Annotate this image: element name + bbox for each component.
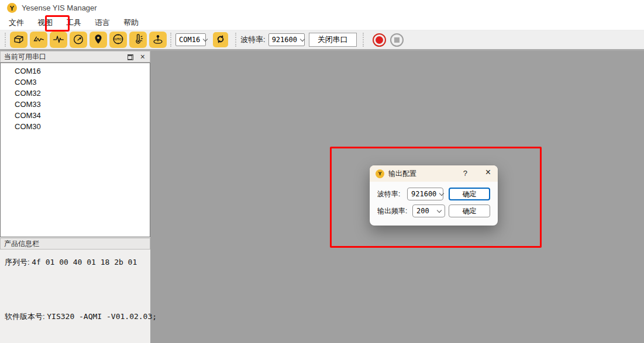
- toolbar-drag-handle[interactable]: [235, 33, 237, 47]
- menu-item-help[interactable]: 帮助: [119, 16, 143, 30]
- baud-rate-label: 波特率:: [240, 34, 266, 45]
- pressure-button[interactable]: [149, 32, 167, 48]
- left-dock-panel: 当前可用串口 × COM16 COM3 COM32 COM33 COM34 CO…: [0, 51, 150, 343]
- dialog-help-button[interactable]: ?: [463, 169, 467, 178]
- stop-button[interactable]: [390, 33, 404, 47]
- raw-waveform-button[interactable]: [50, 32, 67, 48]
- titlebar: Y Yesense YIS Manager: [0, 0, 644, 16]
- chevron-down-icon: [300, 36, 305, 41]
- port-list-item[interactable]: COM32: [1, 88, 150, 99]
- refresh-icon: [215, 34, 226, 46]
- baud-rate-value: 921600: [272, 36, 297, 44]
- location-pin-icon: [92, 33, 105, 47]
- ports-panel-header: 当前可用串口 ×: [0, 51, 150, 63]
- angle-waveform-button[interactable]: [30, 32, 47, 48]
- close-serial-button[interactable]: 关闭串口: [309, 33, 357, 47]
- dialog-baud-row: 波特率:: [377, 188, 400, 200]
- menu-item-view[interactable]: 视图: [33, 16, 57, 30]
- svg-text:UTC: UTC: [115, 37, 122, 41]
- software-version-value: YIS320 -AQMI -V01.02.03;: [47, 312, 157, 321]
- port-list-item[interactable]: COM3: [1, 77, 150, 88]
- pressure-sensor-icon: [151, 33, 164, 47]
- dialog-title: 输出配置: [388, 169, 416, 179]
- menu-item-language[interactable]: 语言: [91, 16, 114, 30]
- dialog-rate-label: 输出频率:: [377, 206, 407, 216]
- software-version-line: 软件版本号: YIS320 -AQMI -V01.02.03;: [5, 311, 157, 322]
- dialog-baud-select[interactable]: 921600: [407, 188, 443, 200]
- app-window: Y Yesense YIS Manager 文件 视图 工具 语言 帮助: [0, 0, 644, 343]
- record-button[interactable]: [373, 33, 386, 47]
- menubar: 文件 视图 工具 语言 帮助: [0, 16, 644, 30]
- chevron-down-icon: [203, 36, 208, 41]
- serial-port-list: COM16 COM3 COM32 COM33 COM34 COM30: [0, 63, 150, 237]
- serial-number-line: 序列号: 4f 01 00 40 01 18 2b 01: [5, 257, 137, 268]
- port-list-item[interactable]: COM16: [1, 65, 150, 77]
- dialog-close-icon[interactable]: ×: [485, 168, 491, 177]
- info-panel-header: 产品信息栏: [0, 238, 150, 250]
- gauge-icon: [72, 33, 85, 47]
- dialog-baud-ok-button[interactable]: 确定: [449, 188, 490, 200]
- chevron-down-icon: [439, 190, 444, 195]
- dialog-rate-ok-button[interactable]: 确定: [449, 205, 490, 217]
- record-icon: [376, 36, 383, 44]
- product-info-panel: 序列号: 4f 01 00 40 01 18 2b 01 软件版本号: YIS3…: [0, 250, 150, 343]
- menu-item-file[interactable]: 文件: [5, 16, 28, 30]
- thermometer-icon: [132, 33, 144, 47]
- chevron-down-icon: [437, 207, 442, 212]
- dialog-titlebar: Y 输出配置: [370, 165, 498, 182]
- close-panel-icon[interactable]: ×: [139, 53, 146, 61]
- menu-item-tools[interactable]: 工具: [62, 16, 85, 30]
- utc-clock-icon: UTC: [112, 33, 125, 47]
- ports-panel-title: 当前可用串口: [4, 52, 46, 62]
- angle-waveform-icon: [32, 33, 45, 47]
- com-port-value: COM16: [179, 36, 200, 44]
- dialog-rate-value: 200: [416, 207, 429, 215]
- toolbar-drag-handle[interactable]: [5, 33, 6, 47]
- gauge-button[interactable]: [70, 32, 87, 48]
- toolbar-drag-handle[interactable]: [170, 33, 172, 47]
- software-version-label: 软件版本号:: [5, 312, 45, 321]
- pulse-waveform-icon: [52, 33, 65, 47]
- com-port-select[interactable]: COM16: [175, 33, 206, 46]
- dialog-baud-label: 波特率:: [377, 189, 400, 199]
- output-config-dialog: Y 输出配置 ? × 波特率: 921600 确定 输出频率: 200 确定: [370, 165, 498, 226]
- port-list-item[interactable]: COM34: [1, 110, 150, 121]
- dialog-logo-icon: Y: [376, 169, 384, 178]
- dialog-rate-select[interactable]: 200: [412, 205, 445, 217]
- serial-number-value: 4f 01 00 40 01 18 2b 01: [32, 258, 137, 266]
- float-panel-icon[interactable]: [128, 54, 133, 60]
- app-logo-icon: Y: [7, 3, 17, 13]
- location-button[interactable]: [89, 32, 107, 48]
- dialog-rate-row: 输出频率:: [377, 205, 407, 217]
- dialog-baud-value: 921600: [411, 190, 436, 198]
- toolbar-icon-group: UTC: [10, 32, 167, 48]
- port-list-item[interactable]: COM30: [1, 121, 150, 132]
- toolbar-drag-handle[interactable]: [363, 33, 364, 47]
- temperature-button[interactable]: [129, 32, 147, 48]
- utc-clock-button[interactable]: UTC: [109, 32, 127, 48]
- stop-icon: [394, 37, 400, 43]
- cube-3d-icon: [12, 33, 25, 47]
- info-panel-title: 产品信息栏: [4, 239, 39, 249]
- window-title: Yesense YIS Manager: [22, 4, 97, 12]
- port-list-item[interactable]: COM33: [1, 99, 150, 110]
- serial-number-label: 序列号:: [5, 258, 30, 266]
- toolbar: UTC: [0, 30, 644, 51]
- baud-rate-select[interactable]: 921600: [268, 33, 305, 46]
- refresh-ports-button[interactable]: [213, 32, 228, 47]
- attitude-3d-button[interactable]: [10, 32, 27, 48]
